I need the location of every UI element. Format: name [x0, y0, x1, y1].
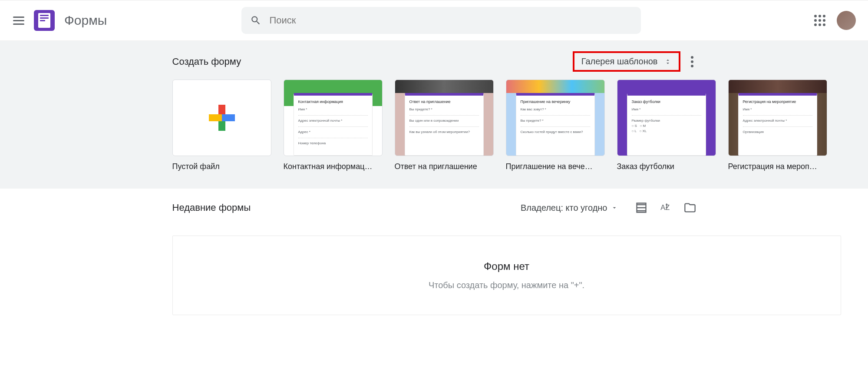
template-thumb: Заказ футболкиИмя *Размер футболки○ S ○ …: [617, 80, 716, 156]
forms-logo-icon[interactable]: [34, 10, 55, 31]
template-label: Заказ футболки: [617, 162, 716, 171]
templates-title: Создать форму: [172, 56, 241, 67]
recent-header: Недавние формы Владелец: кто угодно AZ: [172, 202, 696, 214]
template-card-contact[interactable]: Контактная информацияИмя *Адрес электрон…: [284, 80, 383, 171]
svg-text:AZ: AZ: [660, 203, 670, 211]
search-input[interactable]: [269, 15, 632, 26]
template-label: Пустой файл: [172, 162, 271, 171]
view-tools: AZ: [635, 202, 696, 214]
account-avatar[interactable]: [837, 11, 856, 30]
app-title: Формы: [64, 13, 107, 28]
template-gallery-label: Галерея шаблонов: [581, 56, 658, 66]
templates-row: Пустой файл Контактная информацияИмя *Ад…: [172, 80, 696, 171]
template-thumb-blank: [172, 80, 271, 156]
template-thumb: Приглашение на вечеринкуКак вас зовут? *…: [506, 80, 605, 156]
top-bar-left: Формы: [12, 10, 107, 31]
search-wrap: [241, 7, 641, 34]
templates-header-right: Галерея шаблонов: [573, 51, 696, 72]
top-bar: Формы: [0, 0, 868, 41]
list-view-icon[interactable]: [635, 202, 647, 214]
unfold-icon: [664, 58, 672, 66]
template-card-blank[interactable]: Пустой файл: [172, 80, 271, 171]
template-card-event[interactable]: Регистрация на мероприятиеИмя *Адрес эле…: [728, 80, 827, 171]
plus-icon: [209, 105, 235, 131]
sort-az-icon[interactable]: AZ: [660, 202, 672, 214]
template-card-party[interactable]: Приглашение на вечеринкуКак вас зовут? *…: [506, 80, 605, 171]
recent-title: Недавние формы: [172, 202, 251, 213]
template-card-tshirt[interactable]: Заказ футболкиИмя *Размер футболки○ S ○ …: [617, 80, 716, 171]
template-thumb: Контактная информацияИмя *Адрес электрон…: [284, 80, 383, 156]
recent-section: Недавние формы Владелец: кто угодно AZ Ф…: [0, 189, 868, 328]
search-icon: [250, 15, 261, 26]
owner-filter-label: Владелец: кто угодно: [521, 203, 607, 213]
template-thumb: Регистрация на мероприятиеИмя *Адрес эле…: [728, 80, 827, 156]
template-label: Приглашение на вече…: [506, 162, 605, 171]
template-label: Регистрация на мероп…: [728, 162, 827, 171]
empty-subtitle: Чтобы создать форму, нажмите на "+".: [182, 280, 832, 290]
template-gallery-button[interactable]: Галерея шаблонов: [573, 51, 680, 72]
recent-tools: Владелец: кто угодно AZ: [521, 202, 696, 214]
dropdown-icon: [611, 204, 618, 211]
owner-filter-dropdown[interactable]: Владелец: кто угодно: [521, 203, 618, 213]
template-label: Контактная информац…: [284, 162, 383, 171]
empty-title: Форм нет: [182, 260, 832, 272]
templates-more-button[interactable]: [688, 53, 696, 70]
google-apps-button[interactable]: [814, 15, 825, 26]
template-label: Ответ на приглашение: [395, 162, 494, 171]
templates-header: Создать форму Галерея шаблонов: [172, 51, 696, 72]
template-card-rsvp[interactable]: Ответ на приглашениеВы придете? *Вы один…: [395, 80, 494, 171]
empty-state: Форм нет Чтобы создать форму, нажмите на…: [172, 236, 841, 315]
main-menu-button[interactable]: [12, 13, 26, 27]
folder-icon[interactable]: [684, 202, 696, 214]
search-bar[interactable]: [241, 7, 641, 34]
templates-section: Создать форму Галерея шаблонов Пустой ф: [0, 41, 868, 189]
top-bar-right: [814, 11, 856, 30]
template-thumb: Ответ на приглашениеВы придете? *Вы один…: [395, 80, 494, 156]
